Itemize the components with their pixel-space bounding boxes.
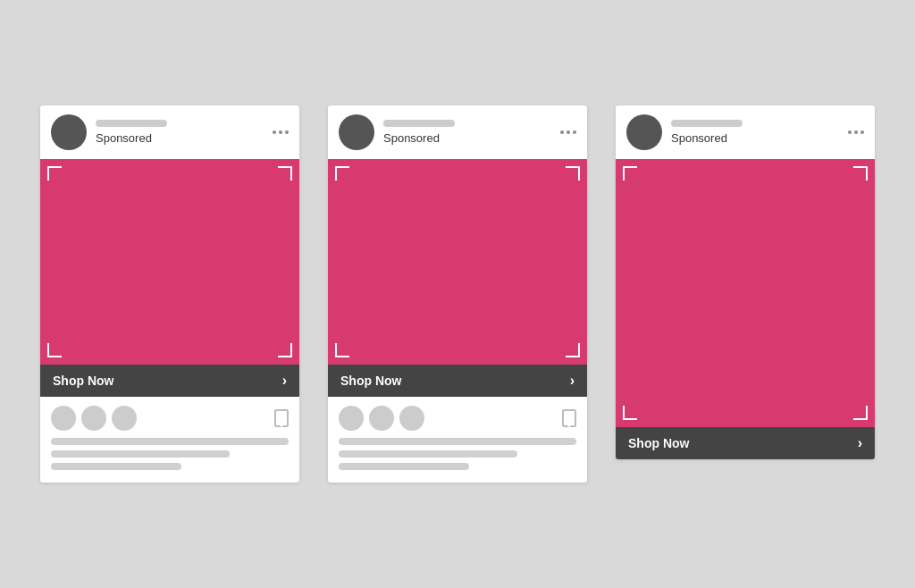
text-line-1c bbox=[51, 463, 181, 470]
name-bar-1 bbox=[96, 120, 167, 127]
corner-bl-1 bbox=[47, 343, 62, 357]
card-footer-1 bbox=[40, 397, 299, 483]
shop-now-bar-3[interactable]: Shop Now › bbox=[616, 427, 875, 459]
shop-now-arrow-3: › bbox=[858, 435, 862, 451]
name-bar-3 bbox=[671, 120, 743, 127]
text-line-2a bbox=[339, 438, 576, 445]
reaction-dot-1b[interactable] bbox=[81, 406, 106, 431]
card-footer-2 bbox=[328, 397, 587, 483]
card-header-2: Sponsored bbox=[328, 105, 587, 159]
reaction-dots-2 bbox=[339, 406, 424, 431]
header-left-2: Sponsored bbox=[339, 114, 455, 150]
header-left-1: Sponsored bbox=[51, 114, 167, 150]
shop-now-label-1: Shop Now bbox=[53, 374, 113, 388]
corner-br-1 bbox=[278, 343, 292, 357]
card-image-2 bbox=[328, 159, 587, 365]
avatar-2 bbox=[339, 114, 374, 150]
avatar-1 bbox=[51, 114, 87, 150]
dot-8 bbox=[854, 130, 858, 134]
text-lines-2 bbox=[339, 438, 576, 470]
sponsored-label-3: Sponsored bbox=[671, 131, 743, 145]
name-bar-2 bbox=[383, 120, 455, 127]
dot-4 bbox=[560, 130, 564, 134]
reaction-dot-1a[interactable] bbox=[51, 406, 76, 431]
header-left-3: Sponsored bbox=[626, 114, 743, 150]
shop-now-bar-2[interactable]: Shop Now › bbox=[328, 365, 587, 397]
reaction-dot-1c[interactable] bbox=[112, 406, 137, 431]
ad-card-3: Sponsored Shop Now › bbox=[616, 105, 875, 459]
header-text-2: Sponsored bbox=[383, 120, 455, 145]
corner-br-2 bbox=[566, 343, 580, 357]
card-image-3 bbox=[616, 159, 875, 427]
corner-tr-2 bbox=[566, 166, 580, 181]
dot-1 bbox=[273, 130, 276, 134]
shop-now-label-3: Shop Now bbox=[628, 436, 689, 450]
shop-now-label-2: Shop Now bbox=[340, 374, 401, 388]
cards-container: Sponsored Shop Now › bbox=[40, 105, 875, 483]
text-lines-1 bbox=[51, 438, 289, 470]
reaction-dot-2b[interactable] bbox=[369, 406, 394, 431]
dots-menu-3[interactable] bbox=[848, 130, 864, 134]
card-image-1 bbox=[40, 159, 299, 365]
ad-card-1: Sponsored Shop Now › bbox=[40, 105, 299, 483]
header-text-1: Sponsored bbox=[96, 120, 167, 145]
footer-icons-2 bbox=[339, 406, 576, 431]
corner-tr-3 bbox=[853, 166, 868, 181]
sponsored-label-2: Sponsored bbox=[383, 131, 455, 145]
text-line-2b bbox=[339, 450, 517, 458]
dots-menu-2[interactable] bbox=[560, 130, 576, 134]
text-line-1a bbox=[51, 438, 289, 445]
shop-now-bar-1[interactable]: Shop Now › bbox=[40, 365, 299, 397]
bookmark-icon-2[interactable] bbox=[562, 409, 576, 427]
footer-icons-1 bbox=[51, 406, 289, 431]
shop-now-arrow-2: › bbox=[570, 373, 575, 389]
corner-tl-1 bbox=[47, 166, 62, 181]
card-header-3: Sponsored bbox=[616, 105, 875, 159]
bookmark-icon-1[interactable] bbox=[274, 409, 289, 427]
dot-5 bbox=[567, 130, 570, 134]
corner-tl-2 bbox=[335, 166, 349, 181]
corner-tr-1 bbox=[278, 166, 292, 181]
shop-now-arrow-1: › bbox=[282, 373, 287, 389]
corner-br-3 bbox=[853, 406, 868, 420]
ad-card-2: Sponsored Shop Now › bbox=[328, 105, 587, 483]
header-text-3: Sponsored bbox=[671, 120, 743, 145]
reaction-dot-2a[interactable] bbox=[339, 406, 364, 431]
reaction-dots-1 bbox=[51, 406, 137, 431]
corner-tl-3 bbox=[623, 166, 637, 181]
text-line-1b bbox=[51, 450, 230, 458]
card-header-1: Sponsored bbox=[40, 105, 299, 159]
corner-bl-2 bbox=[335, 343, 349, 357]
dots-menu-1[interactable] bbox=[273, 130, 289, 134]
reaction-dot-2c[interactable] bbox=[399, 406, 424, 431]
dot-9 bbox=[860, 130, 864, 134]
dot-7 bbox=[848, 130, 852, 134]
corner-bl-3 bbox=[623, 406, 637, 420]
text-line-2c bbox=[339, 463, 469, 470]
sponsored-label-1: Sponsored bbox=[96, 131, 167, 145]
avatar-3 bbox=[626, 114, 662, 150]
dot-2 bbox=[279, 130, 282, 134]
dot-6 bbox=[573, 130, 576, 134]
dot-3 bbox=[285, 130, 289, 134]
